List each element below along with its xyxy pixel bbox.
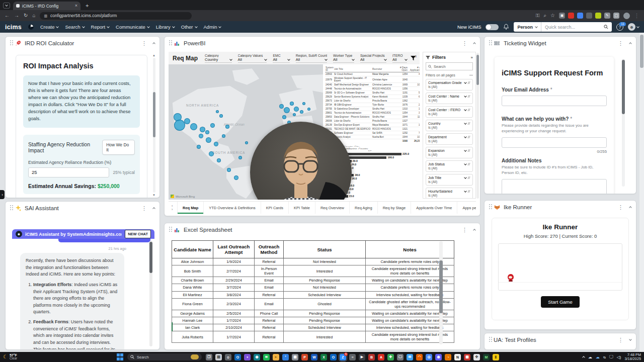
taskbar-icon-outlook-2[interactable]: O — [330, 354, 337, 360]
excel-cell[interactable]: Email — [255, 284, 284, 291]
taskbar-icon-notepad[interactable]: ≡ — [349, 354, 356, 360]
taskbar-icon-powerbi-app[interactable]: ▮ — [493, 354, 499, 360]
taskbar-icon-folder[interactable]: ▸ — [273, 354, 279, 360]
filter-card[interactable]: Hourly/Salariedis (All) — [426, 188, 473, 199]
excel-cell[interactable]: Bob Smith — [172, 265, 213, 277]
excel-cell[interactable]: Scheduled Interview — [284, 291, 366, 298]
slicer-value[interactable]: All — [296, 57, 327, 63]
excel-cell[interactable]: Referral — [255, 317, 284, 324]
table-row[interactable]: 25734IB GBA EngineerTyler Burke167626 — [325, 103, 420, 107]
reduction-input[interactable]: 25 — [28, 167, 109, 177]
filters-search-input[interactable]: Search — [426, 62, 473, 70]
page-tab-nav-arrows[interactable]: ‹ › — [169, 202, 178, 214]
pen-extension-icon[interactable]: ✎ — [604, 13, 610, 19]
eraser-icon[interactable] — [467, 149, 470, 152]
taskbar-icon-zoom[interactable]: Z1 — [340, 354, 346, 360]
drag-handle-icon[interactable] — [169, 227, 170, 233]
table-row[interactable]: 25801Tecnico de AutomatizacionROCIO HINO… — [325, 111, 420, 115]
filter-card[interactable]: Compensation Gradeis (All) — [426, 79, 473, 90]
report-tab-req-map[interactable]: Req Map — [178, 202, 204, 214]
cloud-sync-icon[interactable]: ☁ — [596, 355, 600, 359]
blue-extension-icon[interactable] — [577, 13, 583, 19]
browser-profile-avatar[interactable] — [623, 13, 630, 19]
excel-cell[interactable]: 3/7/2024 — [213, 284, 255, 291]
display-icon[interactable]: 🖵 — [609, 354, 613, 359]
excel-cell[interactable]: Referral — [255, 324, 284, 331]
nav-menu-search[interactable]: Search — [65, 24, 84, 30]
chevron-down-icon[interactable] — [464, 122, 467, 125]
onedrive-icon[interactable]: ☁ — [588, 355, 592, 359]
drag-handle-icon[interactable] — [489, 337, 490, 343]
expand-icon[interactable] — [629, 338, 632, 341]
nav-menu-library[interactable]: Library — [156, 24, 175, 30]
open-jobs-table[interactable]: System IDJob TitleRecruiter# Days Open# … — [325, 66, 420, 143]
filter-card[interactable]: Job Titleis (All) — [426, 174, 473, 186]
icims-logo[interactable]: icims — [5, 24, 22, 31]
eraser-icon[interactable] — [467, 136, 470, 138]
excel-cell[interactable]: Ghosted — [284, 298, 366, 310]
slicer-value[interactable]: All — [360, 57, 386, 63]
bookmark-star-icon[interactable]: ☆ — [550, 13, 555, 18]
widget-menu-icon[interactable]: ⋮ — [462, 40, 467, 47]
excel-row[interactable]: Alice Johnson1/9/2024ReferralNot Interes… — [172, 258, 454, 265]
tray-expand-icon[interactable] — [582, 356, 585, 359]
filter-card[interactable]: Expansionis (All) — [426, 147, 473, 158]
drag-handle-icon[interactable] — [169, 40, 170, 46]
home-icon[interactable]: ⌂ — [32, 13, 35, 18]
volume-icon[interactable]: ◁) — [617, 355, 621, 359]
report-tab-kpi-table[interactable]: KPI Table — [289, 202, 315, 214]
nav-menu-create[interactable]: Create — [40, 24, 59, 30]
filter-card[interactable]: Cost Center : iTEROis (All) — [426, 106, 473, 118]
taskbar-clock[interactable]: 7:48 PM 3/18/2025 — [625, 353, 641, 361]
slicer-value[interactable]: Country — [205, 57, 232, 63]
notifications-bell-icon[interactable] — [503, 24, 509, 30]
excel-cell[interactable]: Ian Clark — [172, 324, 213, 331]
excel-cell[interactable]: Email — [255, 277, 284, 284]
tab-close-icon[interactable]: × — [75, 4, 77, 8]
excel-cell[interactable]: 2/10/2024 — [213, 324, 255, 331]
slicer-value[interactable]: All — [333, 57, 354, 63]
taskbar-icon-github[interactable]: ᵍ — [244, 354, 251, 360]
browser-tab[interactable]: iCIMS - IRD Config × — [13, 2, 80, 10]
excel-cell[interactable]: Interested — [284, 331, 366, 343]
req-map[interactable]: NORTH AMERICASOUTH AMERICAAtlantic Ocean… — [169, 64, 420, 200]
widget-menu-icon[interactable]: ⋮ — [618, 40, 623, 47]
map-data-bubble[interactable] — [282, 115, 286, 119]
slicer-value[interactable]: All — [238, 57, 267, 63]
filter-card[interactable]: Job Statusis (All) — [426, 160, 473, 172]
table-row[interactable]: 26151TECNICO DE MANT. DE EDIFICIOROCIO H… — [325, 127, 420, 131]
help-icon[interactable]: ?11 — [616, 24, 623, 31]
excel-cell[interactable]: 2/5/2024 — [213, 310, 255, 317]
drag-handle-icon[interactable] — [10, 40, 11, 46]
excel-cell[interactable]: Julia Roberts — [172, 331, 213, 343]
taskbar-icon-meet[interactable]: ✚ — [387, 354, 394, 360]
candidate-outreach-table[interactable]: Candidate NameLast Outreach AttemptOutre… — [172, 240, 454, 343]
excel-cell[interactable]: Interested — [284, 265, 366, 277]
camera-extension-icon[interactable]: ▣ — [559, 13, 565, 19]
map-data-bubble[interactable] — [205, 130, 209, 134]
excel-cell[interactable]: 3/8/2024 — [213, 291, 255, 298]
excel-cell[interactable]: Pending Response — [284, 277, 366, 284]
map-data-bubble[interactable] — [209, 151, 214, 156]
side-panel-expander[interactable]: › — [0, 190, 5, 199]
table-row[interactable]: 25673Líder de DiseñoPriscila Baeza13625 — [325, 99, 420, 103]
drag-handle-icon[interactable] — [489, 204, 490, 210]
eraser-icon[interactable] — [467, 190, 470, 193]
slicer-1[interactable]: Category ValuesAll — [235, 52, 270, 64]
eraser-icon[interactable] — [467, 176, 470, 179]
email-input[interactable] — [502, 96, 607, 106]
map-data-bubble[interactable] — [197, 145, 201, 149]
nav-menu-admin[interactable]: Admin — [204, 24, 221, 30]
excel-row[interactable]: Bob Smith2/7/2024In-Person EventInterest… — [172, 265, 454, 277]
microphone-icon[interactable]: ᴓ — [603, 355, 606, 359]
excel-row[interactable]: Hannah Lee1/7/2024ReferralPending Respon… — [172, 317, 454, 324]
taskbar-icon-outlook-1[interactable]: O — [234, 354, 241, 360]
table-row[interactable]: 23563Sr Cloud ArchitectMatar Margarita13… — [325, 72, 420, 76]
excel-cell[interactable]: Hannah Lee — [172, 317, 213, 324]
taskbar-icon-pie-app[interactable]: ◔ — [445, 354, 451, 360]
map-data-bubble[interactable] — [279, 104, 284, 109]
collapse-icon[interactable] — [473, 42, 476, 45]
authenticator-extension-icon[interactable] — [595, 13, 601, 19]
table-row[interactable]: 26160Software EngineerSai SriRA129274 — [325, 131, 420, 135]
eraser-icon[interactable] — [467, 81, 470, 84]
